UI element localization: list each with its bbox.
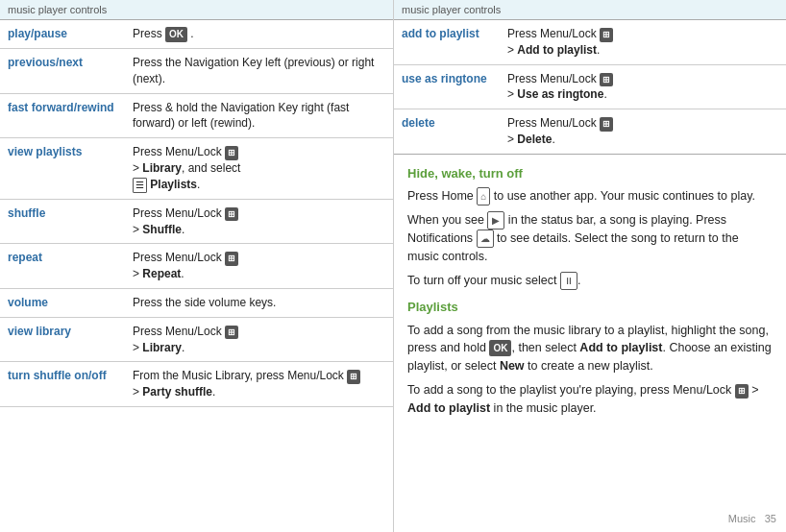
row-label: add to playlist (394, 20, 500, 64)
row-desc: Press the Navigation Key left (previous)… (125, 49, 393, 94)
row-label: fast forward/rewind (0, 93, 125, 138)
row-desc: Press Menu/Lock ⊞> Repeat. (125, 244, 393, 289)
table-row: add to playlist Press Menu/Lock ⊞> Add t… (394, 20, 786, 64)
row-desc: Press Menu/Lock ⊞> Use as ringtone. (500, 64, 786, 109)
home-icon: ⌂ (477, 187, 490, 206)
row-label: view library (0, 317, 125, 362)
row-label: turn shuffle on/off (0, 362, 125, 407)
prose-paragraph: Press Home ⌂ to use another app. Your mu… (407, 187, 773, 206)
section-heading-hide: Hide, wake, turn off (407, 164, 773, 183)
row-label: repeat (0, 244, 125, 289)
left-table-header: music player controls (0, 0, 393, 20)
row-label: use as ringtone (394, 64, 500, 109)
ok-icon: OK (165, 27, 187, 42)
right-table: add to playlist Press Menu/Lock ⊞> Add t… (394, 20, 786, 154)
row-label: shuffle (0, 199, 125, 244)
prose-paragraph: When you see ▶ in the status bar, a song… (407, 211, 773, 266)
notification-icon: ☁ (477, 230, 494, 248)
page-number: 35 (765, 513, 776, 524)
row-label: volume (0, 288, 125, 317)
row-desc: Press & hold the Navigation Key right (f… (125, 93, 393, 138)
footer-label: Music (728, 513, 756, 524)
prose-paragraph: To turn off your music select ⏸. (407, 272, 773, 290)
table-row: repeat Press Menu/Lock ⊞> Repeat. (0, 244, 393, 289)
row-label: previous/next (0, 49, 125, 94)
menu-icon: ⊞ (600, 73, 613, 87)
table-row: turn shuffle on/off From the Music Libra… (0, 362, 393, 407)
row-desc: Press Menu/Lock ⊞> Library, and select☰ … (125, 138, 393, 200)
table-row: view playlists Press Menu/Lock ⊞> Librar… (0, 138, 393, 200)
row-desc: From the Music Library, press Menu/Lock … (125, 362, 393, 407)
row-label: view playlists (0, 138, 125, 200)
table-row: volume Press the side volume keys. (0, 288, 393, 317)
pause-icon: ⏸ (560, 272, 577, 290)
table-row: fast forward/rewind Press & hold the Nav… (0, 93, 393, 138)
prose-section: Hide, wake, turn off Press Home ⌂ to use… (394, 155, 786, 433)
menu-icon: ⊞ (225, 326, 238, 340)
table-row: play/pause Press OK . (0, 20, 393, 49)
row-label: play/pause (0, 20, 125, 49)
row-desc: Press OK . (125, 20, 393, 49)
table-row: delete Press Menu/Lock ⊞> Delete. (394, 109, 786, 154)
menu-icon: ⊞ (600, 117, 613, 132)
table-row: view library Press Menu/Lock ⊞> Library. (0, 317, 393, 362)
page-footer: Music 35 (394, 509, 786, 528)
table-row: use as ringtone Press Menu/Lock ⊞> Use a… (394, 64, 786, 109)
left-panel: music player controls play/pause Press O… (0, 0, 394, 532)
row-desc: Press Menu/Lock ⊞> Add to playlist. (500, 20, 786, 64)
prose-paragraph: To add a song to the playlist you're pla… (407, 381, 773, 418)
playlists-icon: ☰ (133, 178, 147, 193)
row-desc: Press Menu/Lock ⊞> Shuffle. (125, 199, 393, 244)
row-label: delete (394, 109, 500, 154)
right-panel: music player controls add to playlist Pr… (394, 0, 786, 532)
section-heading-playlists: Playlists (407, 298, 773, 317)
ok-icon: OK (489, 340, 511, 356)
table-row: previous/next Press the Navigation Key l… (0, 49, 393, 94)
row-desc: Press Menu/Lock ⊞> Library. (125, 317, 393, 362)
table-row: shuffle Press Menu/Lock ⊞> Shuffle. (0, 199, 393, 244)
right-table-section: music player controls add to playlist Pr… (394, 0, 786, 155)
row-desc: Press the side volume keys. (125, 288, 393, 317)
row-desc: Press Menu/Lock ⊞> Delete. (500, 109, 786, 154)
play-icon: ▶ (487, 211, 504, 230)
menu-icon: ⊞ (225, 207, 238, 222)
prose-paragraph: To add a song from the music library to … (407, 322, 773, 375)
menu-icon: ⊞ (600, 28, 613, 42)
menu-icon: ⊞ (735, 384, 749, 399)
right-table-header: music player controls (394, 0, 786, 20)
left-table: play/pause Press OK . previous/next Pres… (0, 20, 393, 407)
menu-icon: ⊞ (225, 146, 238, 160)
menu-icon: ⊞ (347, 370, 360, 384)
menu-icon: ⊞ (225, 252, 238, 266)
